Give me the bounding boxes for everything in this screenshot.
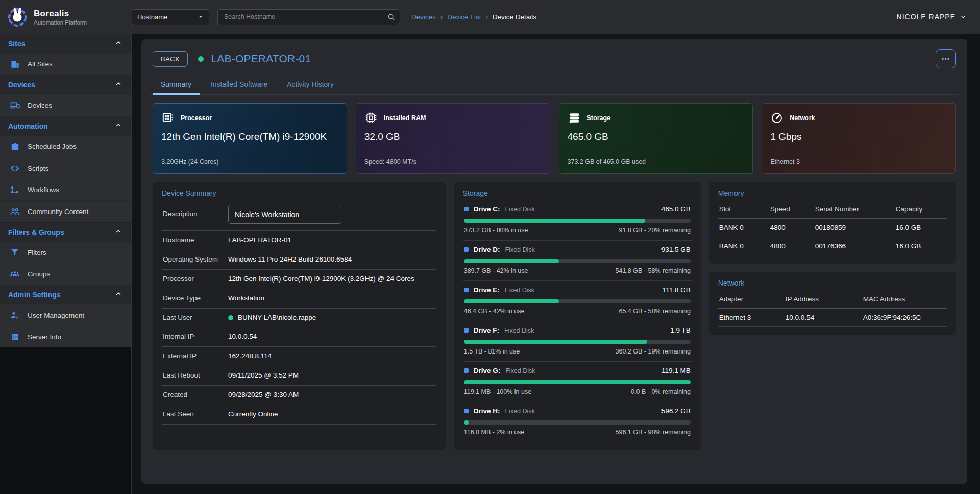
sidebar-item-label: Filters — [28, 249, 46, 256]
sidebar-item-user-management[interactable]: User Management — [0, 304, 131, 326]
stat-card-title: Network — [790, 114, 815, 122]
sidebar-section-filters-groups[interactable]: Filters & Groups — [0, 222, 131, 242]
sidebar-menu: Sites All Sites Devices — [0, 34, 131, 347]
sidebar-section-sites[interactable]: Sites — [0, 34, 131, 53]
user-menu[interactable]: NICOLE RAPPE — [897, 13, 967, 21]
chevron-up-icon — [115, 80, 122, 89]
drive-type: Fixed Disk — [505, 287, 534, 294]
brand-name: Borealis — [34, 9, 87, 19]
drive-size: 596.2 GB — [662, 407, 691, 415]
row-label: External IP — [163, 352, 228, 361]
drive-name: Drive C: — [474, 205, 500, 213]
drive-name: Drive D: — [474, 246, 500, 253]
section-label: Automation — [8, 122, 48, 130]
borealis-rabbit-logo — [6, 6, 29, 28]
sidebar-item-label: All Sites — [28, 60, 53, 68]
cell-capacity: 16.0 GB — [896, 224, 946, 231]
breadcrumb: Devices › Device List › Device Details — [411, 13, 536, 21]
stat-card-value: 32.0 GB — [364, 131, 542, 143]
cpu-icon — [161, 111, 175, 125]
sidebar-item-label: Devices — [28, 102, 52, 109]
network-gauge-icon — [770, 111, 783, 125]
drive-name: Drive H: — [474, 407, 500, 415]
drive-type: Fixed Disk — [505, 367, 535, 374]
groups-icon — [10, 269, 20, 279]
search-field-select[interactable]: Hostname — [132, 9, 209, 25]
ram-icon — [364, 111, 378, 125]
drive-used: 389.7 GB - 42% in use — [464, 267, 528, 274]
network-panel: Network Adapter IP Address MAC Address E… — [709, 272, 956, 335]
drive-size: 111.8 GB — [663, 286, 691, 294]
sidebar-item-devices[interactable]: Devices — [0, 94, 131, 116]
drive-row-e: Drive E: Fixed Disk 111.8 GB 46.4 GB - 4… — [463, 281, 692, 321]
sidebar-item-all-sites[interactable]: All Sites — [0, 53, 131, 75]
sidebar-section-admin-settings[interactable]: Admin Settings — [0, 285, 131, 304]
breadcrumb-devices[interactable]: Devices — [411, 13, 436, 21]
column-header: Speed — [770, 205, 815, 213]
description-input[interactable] — [228, 205, 341, 224]
drive-name: Drive F: — [474, 326, 499, 334]
column-header: Capacity — [896, 205, 946, 213]
stat-card-footer: 373.2 GB of 465.0 GB used — [568, 158, 745, 166]
row-label: Hostname — [163, 236, 228, 245]
row-value: 162.248.8.114 — [228, 351, 435, 361]
tab-installed-software[interactable]: Installed Software — [203, 76, 276, 94]
stat-card-value: 12th Gen Intel(R) Core(TM) i9-12900K — [161, 131, 338, 143]
tab-summary[interactable]: Summary — [153, 76, 200, 94]
drive-row-g: Drive G: Fixed Disk 119.1 MB 119.1 MB - … — [463, 362, 692, 402]
breadcrumb-device-list[interactable]: Device List — [447, 13, 481, 21]
cell-adapter: Ethernet 3 — [719, 314, 786, 321]
summary-row-external-ip: External IP 162.248.8.114 — [162, 347, 436, 366]
main-area: BACK LAB-OPERATOR-01 ••• Summary Install… — [132, 34, 980, 494]
drive-usage-bar — [464, 340, 691, 344]
server-icon — [10, 332, 20, 342]
summary-row-hostname: Hostname LAB-OPERATOR-01 — [162, 231, 436, 250]
drive-bullet-icon — [464, 409, 469, 413]
sidebar-item-groups[interactable]: Groups — [0, 263, 131, 285]
breadcrumb-separator: › — [485, 13, 487, 21]
drive-used: 119.1 MB - 100% in use — [464, 388, 531, 395]
search-icon[interactable] — [387, 13, 396, 23]
sidebar-item-label: Groups — [28, 270, 50, 278]
drive-usage-bar — [464, 219, 691, 223]
device-summary-panel: Device Summary Description Hostname LAB-… — [153, 182, 446, 450]
panel-title: Storage — [463, 189, 692, 197]
sidebar-item-label: User Management — [28, 312, 84, 319]
devices-icon — [10, 100, 20, 110]
column-header: Adapter — [719, 295, 786, 303]
sidebar-section-devices[interactable]: Devices — [0, 75, 131, 94]
drive-usage-bar — [464, 259, 691, 263]
stat-card-value: 1 Gbps — [770, 131, 947, 143]
cell-speed: 4800 — [770, 224, 815, 231]
drive-bullet-icon — [464, 207, 469, 211]
sidebar-item-scripts[interactable]: Scripts — [0, 157, 131, 179]
column-header: MAC Address — [863, 295, 946, 303]
sidebar-item-community-content[interactable]: Community Content — [0, 200, 131, 222]
stat-card-footer: 3.20GHz (24-Cores) — [161, 158, 338, 166]
chevron-down-icon — [960, 13, 967, 20]
memory-panel: Memory Slot Speed Serial Number Capacity… — [709, 182, 956, 264]
back-button[interactable]: BACK — [153, 51, 188, 67]
search-input[interactable] — [217, 9, 400, 25]
online-status-dot — [228, 315, 233, 320]
sidebar-section-automation[interactable]: Automation — [0, 116, 131, 135]
sidebar-item-filters[interactable]: Filters — [0, 242, 131, 263]
more-actions-button[interactable]: ••• — [936, 49, 956, 68]
drive-name: Drive G: — [474, 367, 501, 374]
row-value: 09/28/2025 @ 3:30 AM — [228, 390, 435, 400]
summary-row-internal-ip: Internal IP 10.0.0.54 — [162, 327, 436, 347]
drive-bullet-icon — [464, 247, 469, 252]
sidebar-item-server-info[interactable]: Server Info — [0, 326, 131, 347]
sidebar-item-scheduled-jobs[interactable]: Scheduled Jobs — [0, 135, 131, 157]
workflow-icon — [10, 185, 20, 195]
tab-activity-history[interactable]: Activity History — [279, 76, 342, 94]
breadcrumb-current: Device Details — [493, 13, 536, 21]
drive-name: Drive E: — [474, 286, 500, 294]
lower-panels: Device Summary Description Hostname LAB-… — [150, 182, 959, 450]
row-label: Last User — [163, 314, 228, 322]
drive-used: 373.2 GB - 80% in use — [464, 227, 528, 234]
drive-usage-bar — [464, 420, 691, 425]
sidebar: Sites All Sites Devices — [0, 34, 132, 494]
sidebar-item-workflows[interactable]: Workflows — [0, 179, 131, 200]
drive-used: 46.4 GB - 42% in use — [464, 308, 525, 315]
